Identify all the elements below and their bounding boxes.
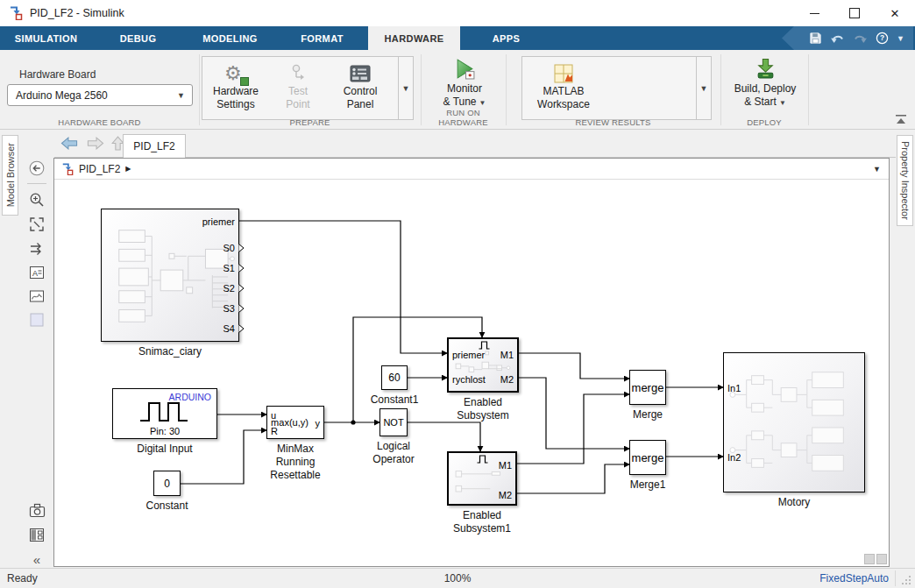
control-panel-icon (350, 62, 371, 85)
model-tab[interactable]: PID_LF2 (123, 134, 186, 158)
deploy-caret-icon: ▼ (779, 99, 786, 107)
block-digital_input[interactable]: ARDUINOPin: 30 (112, 388, 217, 439)
palette-separator (27, 183, 46, 184)
block-constant[interactable]: 0 (153, 471, 181, 496)
dock-panel-icon[interactable] (28, 526, 46, 543)
status-solver-link[interactable]: FixedStepAuto (819, 572, 889, 584)
minimize-toolstrip-icon[interactable] (894, 114, 908, 125)
annotation-icon[interactable]: A (28, 264, 46, 281)
port-label-priemer: priemer (452, 349, 485, 361)
block-motory[interactable]: In1In2 (723, 352, 865, 492)
block-merge[interactable]: merge (629, 370, 666, 405)
port-label-priemer: priemer (202, 216, 235, 228)
forward-icon[interactable] (86, 137, 105, 150)
model-canvas[interactable]: priemerS0S1S2S3S4Snimac_ciaryARDUINOPin:… (54, 180, 889, 566)
tab-hardware[interactable]: HARDWARE (368, 26, 460, 50)
tab-apps[interactable]: APPS (460, 26, 552, 50)
hardware-board-select[interactable]: Arduino Mega 2560 ▼ (7, 84, 193, 106)
hardware-settings-icon: ⚙ (224, 62, 247, 85)
status-separator (895, 570, 896, 586)
tab-modeling[interactable]: MODELING (184, 26, 276, 50)
block-text: 60 (382, 366, 407, 389)
block-merge1[interactable]: merge (629, 440, 666, 475)
model-browser-tab[interactable]: Model Browser (2, 135, 18, 216)
block-constant1[interactable]: 60 (381, 365, 408, 390)
title-bar: PID_LF2 - Simulink ✕ (0, 0, 915, 26)
status-bar: Ready 100% FixedStepAuto (0, 568, 915, 588)
block-snimac_ciary[interactable]: priemerS0S1S2S3S4 (101, 209, 239, 342)
viewer-icon[interactable] (28, 287, 46, 305)
block-label-merge: Merge (569, 408, 727, 422)
toolbar-divider (506, 54, 507, 125)
pin-label: Pin: 30 (113, 426, 216, 436)
port-label-S2: S2 (223, 282, 235, 294)
build-deploy-icon (755, 58, 777, 82)
hardware-board-label: Hardware Board (19, 68, 96, 81)
prepare-gallery-dropdown-icon[interactable]: ▼ (398, 57, 413, 119)
breadcrumb: PID_LF2 ▶ ▼ (54, 159, 889, 180)
simulink-window: PID_LF2 - Simulink ✕ SIMULATION DEBUG MO… (0, 0, 915, 588)
toolbar-divider (199, 54, 200, 125)
redo-icon[interactable] (853, 32, 868, 44)
build-deploy-start-button[interactable]: Build, Deploy & Start▼ (726, 58, 805, 110)
block-label-enabled_subsystem: Enabled Subsystem (404, 396, 562, 422)
tab-debug[interactable]: DEBUG (92, 26, 184, 50)
square-wave-icon (137, 398, 193, 424)
control-panel-button[interactable]: Control Panel (329, 57, 392, 119)
block-enabled_subsystem[interactable]: priemerrychlostM1M2 (447, 337, 519, 393)
ribbon-toolbar: Hardware Board Arduino Mega 2560 ▼ HARDW… (0, 50, 915, 130)
test-point-button[interactable]: Test Point (269, 57, 327, 119)
tab-format[interactable]: FORMAT (276, 26, 368, 50)
svg-text:A: A (32, 269, 38, 278)
update-diagram-icon[interactable] (28, 240, 46, 258)
output-port-icon[interactable] (238, 304, 245, 313)
matlab-workspace-button[interactable]: MATLAB Workspace (526, 57, 601, 119)
port-label-R: R (271, 425, 278, 437)
hardware-settings-button[interactable]: ⚙ Hardware Settings (204, 57, 267, 119)
fit-to-view-icon[interactable] (28, 216, 46, 233)
review-gallery-dropdown-icon[interactable]: ▼ (696, 57, 711, 119)
output-port-icon[interactable] (238, 264, 245, 273)
section-prepare: PREPARE (199, 117, 421, 127)
close-button[interactable]: ✕ (875, 0, 915, 26)
toolbar-divider (808, 54, 809, 125)
hide-explorer-bar-icon[interactable] (28, 159, 46, 177)
port-label-u: u (271, 409, 276, 422)
tab-simulation[interactable]: SIMULATION (0, 26, 92, 50)
block-text: NOT (380, 409, 407, 436)
breadcrumb-model-name[interactable]: PID_LF2 (79, 163, 120, 175)
output-port-icon[interactable] (238, 324, 245, 333)
back-icon[interactable] (60, 137, 79, 150)
right-dock-strip: Property Inspector (896, 130, 915, 567)
monitor-tune-icon (454, 58, 476, 82)
port-label-y: y (316, 417, 321, 429)
block-label-motory: Motory (715, 496, 873, 509)
signal-wire[interactable] (519, 353, 629, 379)
block-minmax[interactable]: max(u,y)uRy (266, 406, 324, 439)
quick-access-dropdown-icon[interactable]: ▼ (897, 34, 904, 43)
zoom-in-icon[interactable] (28, 191, 46, 209)
highlight-square-icon[interactable] (28, 311, 46, 329)
output-port-icon[interactable] (238, 284, 245, 293)
property-inspector-tab[interactable]: Property Inspector (897, 135, 913, 226)
undo-icon[interactable] (830, 32, 845, 44)
signal-wire[interactable] (239, 221, 447, 353)
monitor-tune-button[interactable]: Monitor & Tune▼ (427, 58, 502, 110)
port-label-M2: M2 (499, 489, 512, 501)
help-icon[interactable]: ? (876, 32, 889, 45)
block-enabled_subsystem1[interactable]: M1M2 (447, 451, 517, 506)
status-zoom-level: 100% (0, 572, 915, 584)
scrollbar-corner[interactable] (864, 554, 887, 564)
port-label-M1: M1 (500, 349, 514, 361)
save-icon[interactable] (809, 32, 822, 45)
collapse-palette-icon[interactable]: « (28, 550, 46, 568)
maximize-button[interactable] (834, 0, 875, 26)
section-deploy: DEPLOY (720, 117, 808, 127)
resize-grip-icon[interactable] (901, 575, 911, 585)
breadcrumb-dropdown-icon[interactable]: ▼ (873, 165, 881, 174)
block-text: merge (630, 441, 665, 474)
matlab-workspace-icon (553, 62, 574, 85)
output-port-icon[interactable] (238, 244, 245, 252)
minimize-button[interactable] (794, 0, 834, 26)
screenshot-camera-icon[interactable] (28, 501, 46, 519)
